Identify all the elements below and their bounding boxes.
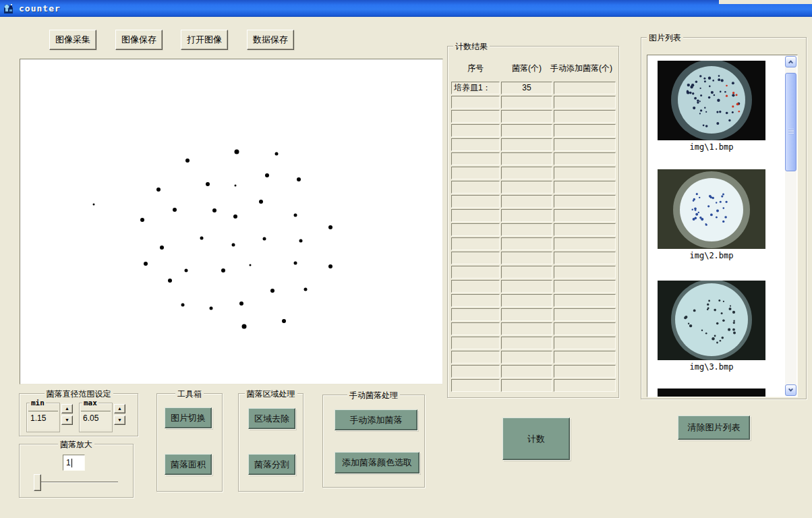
image-list-scrollbar[interactable] [785, 56, 796, 396]
result-cell[interactable] [554, 209, 616, 222]
result-cell[interactable] [554, 138, 616, 151]
result-cell[interactable] [501, 96, 552, 109]
result-cell[interactable] [554, 308, 616, 321]
result-cell[interactable] [501, 124, 552, 137]
result-cell[interactable] [451, 337, 500, 349]
result-cell[interactable] [451, 138, 500, 151]
result-cell[interactable] [554, 223, 616, 236]
thumbnail-partial[interactable] [658, 388, 765, 397]
button-pick-colony-color[interactable]: 添加菌落颜色选取 [335, 452, 419, 473]
result-cell[interactable] [554, 322, 616, 335]
button-remove-region[interactable]: 区域去除 [248, 408, 295, 429]
result-cell[interactable] [554, 252, 616, 264]
result-cell[interactable] [501, 237, 552, 250]
count-button[interactable]: 计数 [502, 418, 570, 460]
image-list-item[interactable]: img\3.bmp [658, 281, 765, 372]
result-cell[interactable] [501, 351, 552, 364]
result-cell[interactable] [451, 181, 500, 194]
button-switch-image[interactable]: 图片切换 [165, 407, 212, 428]
min-spin-up-button[interactable]: ▲ [61, 404, 73, 413]
result-cell[interactable] [554, 152, 616, 165]
result-cell[interactable] [554, 365, 616, 378]
magnify-value-input[interactable]: 1 [63, 455, 85, 471]
result-cell[interactable] [554, 167, 616, 179]
result-cell[interactable] [501, 152, 552, 165]
result-cell[interactable] [554, 195, 616, 208]
scroll-up-button[interactable] [785, 56, 796, 67]
result-cell[interactable] [501, 209, 552, 222]
scroll-track[interactable] [785, 67, 796, 384]
result-cell[interactable] [501, 181, 552, 194]
colony-dot [282, 319, 286, 323]
result-cell[interactable] [501, 379, 552, 392]
result-cell[interactable] [451, 294, 500, 307]
min-spin-down-button[interactable]: ▼ [61, 415, 73, 425]
magnify-slider-thumb[interactable] [34, 474, 41, 491]
max-value-field[interactable]: 6.05 [81, 411, 111, 430]
button-data-save[interactable]: 数据保存 [247, 30, 294, 50]
image-canvas[interactable] [20, 59, 443, 384]
clear-image-list-button[interactable]: 清除图片列表 [678, 415, 750, 440]
result-cell[interactable] [554, 110, 616, 123]
result-cell[interactable] [554, 82, 616, 94]
max-spin-down-button[interactable]: ▼ [114, 415, 125, 425]
button-colony-area[interactable]: 菌落面积 [165, 454, 212, 475]
result-cell[interactable] [501, 223, 552, 236]
magnify-slider-track[interactable] [37, 482, 118, 483]
result-cell[interactable] [501, 337, 552, 349]
scroll-thumb[interactable] [785, 73, 796, 171]
button-open-image[interactable]: 打开图像 [181, 30, 228, 50]
result-cell[interactable] [451, 152, 500, 165]
result-cell[interactable] [554, 379, 616, 392]
result-cell[interactable] [451, 167, 500, 179]
result-cell[interactable] [451, 124, 500, 137]
button-split-colony[interactable]: 菌落分割 [248, 454, 295, 475]
result-cell[interactable] [554, 337, 616, 349]
result-cell[interactable]: 培养皿1： [451, 82, 500, 94]
result-cell[interactable] [501, 195, 552, 208]
button-manual-add-colony[interactable]: 手动添加菌落 [335, 409, 417, 430]
result-cell[interactable] [501, 138, 552, 151]
result-cell[interactable] [451, 110, 500, 123]
result-cell[interactable] [451, 365, 500, 378]
result-cell[interactable] [501, 308, 552, 321]
result-cell[interactable] [451, 351, 500, 364]
result-cell[interactable] [451, 209, 500, 222]
result-cell[interactable] [451, 96, 500, 109]
button-image-save[interactable]: 图像保存 [115, 30, 163, 50]
result-cell[interactable] [501, 252, 552, 264]
result-cell[interactable] [501, 322, 552, 335]
result-cell[interactable] [554, 266, 616, 279]
result-cell[interactable] [451, 322, 500, 335]
min-value-field[interactable]: 1.15 [28, 411, 58, 430]
result-cell[interactable] [451, 237, 500, 250]
image-list-item[interactable]: img\1.bmp [658, 61, 765, 152]
button-image-capture[interactable]: 图像采集 [49, 30, 96, 50]
image-list-item[interactable]: img\2.bmp [658, 169, 765, 260]
result-cell[interactable] [451, 252, 500, 264]
result-cell[interactable] [554, 96, 616, 109]
scroll-down-button[interactable] [785, 384, 796, 396]
result-cell[interactable] [554, 181, 616, 194]
result-cell[interactable] [554, 124, 616, 137]
result-cell[interactable] [501, 266, 552, 279]
result-cell[interactable] [451, 280, 500, 293]
result-cell[interactable] [501, 294, 552, 307]
image-listbox[interactable]: img\1.bmp img\2.bmp img\3.bmp [647, 55, 798, 397]
result-cell[interactable] [554, 351, 616, 364]
result-cell[interactable] [554, 280, 616, 293]
result-cell[interactable] [501, 365, 552, 378]
result-cell[interactable] [451, 223, 500, 236]
max-spin-up-button[interactable]: ▲ [114, 404, 125, 413]
result-cell[interactable] [501, 110, 552, 123]
result-cell[interactable] [554, 294, 616, 307]
title-bar[interactable]: counter [0, 0, 812, 17]
result-cell[interactable] [501, 167, 552, 179]
result-cell[interactable] [451, 195, 500, 208]
result-cell[interactable] [451, 266, 500, 279]
result-cell[interactable] [501, 280, 552, 293]
result-cell[interactable] [451, 379, 500, 392]
result-cell[interactable] [451, 308, 500, 321]
result-cell[interactable] [554, 237, 616, 250]
result-cell[interactable]: 35 [501, 82, 552, 94]
